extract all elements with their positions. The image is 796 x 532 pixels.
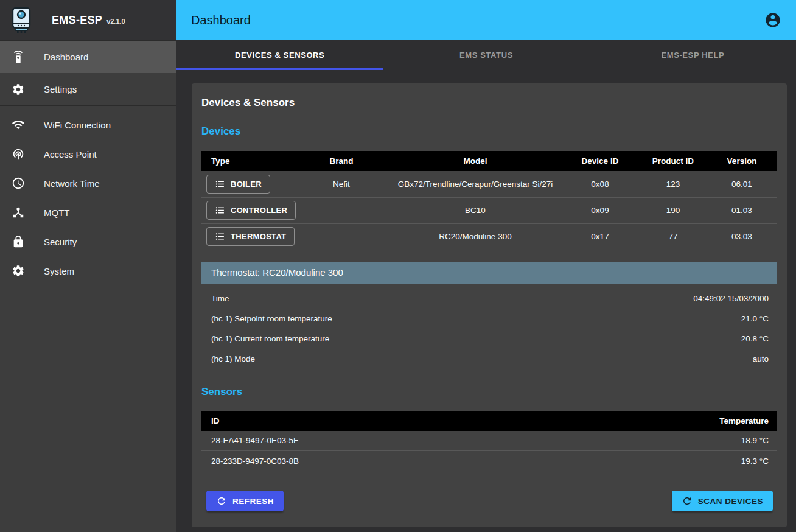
sidebar-item-label: Access Point (44, 149, 97, 159)
gear-icon (12, 264, 25, 278)
device-id: 0x09 (560, 197, 640, 223)
device-detail-header: Thermostat: RC20/Moduline 300 (201, 262, 777, 284)
ems-esp-app: EMS-ESP v2.1.0 Dashboard Settings (0, 0, 796, 532)
tab-ems-esp-help[interactable]: EMS-ESP HELP (590, 40, 796, 70)
device-hub-icon (12, 206, 25, 219)
column-header: Temperature (627, 411, 777, 431)
sidebar-item-label: System (44, 266, 74, 276)
sidebar-item-dashboard[interactable]: Dashboard (0, 41, 176, 73)
account-circle-icon[interactable] (764, 12, 781, 29)
sidebar-primary-group: Dashboard Settings (0, 41, 176, 105)
sensor-id: 28-233D-9497-0C03-8B (201, 451, 627, 471)
devices-heading: Devices (201, 125, 777, 138)
sidebar-item-wifi-connection[interactable]: WiFi Connection (0, 110, 176, 139)
sidebar-item-security[interactable]: Security (0, 227, 176, 256)
sidebar-item-label: Settings (44, 84, 77, 94)
boiler-logo-icon (9, 6, 34, 34)
wifi-icon (12, 118, 25, 131)
tab-label: DEVICES & SENSORS (235, 51, 324, 60)
device-type-label: THERMOSTAT (231, 232, 286, 241)
remote-icon (12, 51, 25, 64)
scan-devices-button-label: SCAN DEVICES (698, 497, 763, 506)
thermostat-device-button[interactable]: THERMOSTAT (206, 227, 295, 246)
device-version: 03.03 (707, 223, 777, 250)
list-icon (215, 179, 225, 189)
sidebar-item-label: Network Time (44, 178, 100, 189)
column-header: Version (707, 151, 777, 171)
sidebar-item-system[interactable]: System (0, 256, 176, 285)
device-model: RC20/Moduline 300 (390, 223, 560, 250)
column-header: ID (201, 411, 627, 431)
device-type-label: BOILER (231, 180, 262, 189)
sidebar: EMS-ESP v2.1.0 Dashboard Settings (0, 0, 176, 532)
refresh-button-label: REFRESH (232, 497, 274, 506)
column-header: Type (201, 151, 293, 171)
column-header: Product ID (640, 151, 707, 171)
table-row: 28-EA41-9497-0E03-5F 18.9 °C (201, 431, 777, 451)
device-version: 06.01 (707, 171, 777, 197)
sidebar-item-mqtt[interactable]: MQTT (0, 198, 176, 227)
device-model: BC10 (390, 197, 560, 223)
tab-label: EMS STATUS (459, 51, 513, 60)
table-row: 28-233D-9497-0C03-8B 19.3 °C (201, 451, 777, 471)
list-icon (215, 205, 225, 215)
app-bar: Dashboard (176, 0, 796, 40)
list-icon (215, 231, 225, 242)
product-id: 123 (640, 171, 707, 197)
scan-devices-button[interactable]: SCAN DEVICES (672, 491, 773, 511)
refresh-icon (216, 495, 227, 506)
product-id: 77 (640, 223, 707, 250)
lock-icon (12, 235, 25, 248)
device-brand: — (293, 223, 390, 250)
device-id: 0x08 (560, 171, 640, 197)
list-item: Time 04:49:02 15/03/2000 (201, 289, 777, 309)
column-header: Brand (293, 151, 390, 171)
table-row: THERMOSTAT — RC20/Moduline 300 0x17 77 0… (201, 223, 777, 250)
device-detail-list: Time 04:49:02 15/03/2000 (hc 1) Setpoint… (201, 284, 777, 369)
sidebar-item-settings[interactable]: Settings (0, 73, 176, 105)
sensors-heading: Sensors (201, 386, 777, 398)
list-item: (hc 1) Setpoint room temperature 21.0 °C (201, 309, 777, 329)
sidebar-secondary-group: WiFi Connection Access Point Network Tim… (0, 106, 176, 285)
table-row: BOILER Nefit GBx72/Trendline/Cerapur/Gre… (201, 171, 777, 197)
boiler-device-button[interactable]: BOILER (206, 175, 270, 194)
main-content: Devices & Sensors Devices Type Brand Mod… (176, 70, 796, 532)
detail-value: auto (753, 354, 769, 363)
sensor-temperature: 19.3 °C (627, 451, 777, 471)
tab-ems-status[interactable]: EMS STATUS (383, 40, 589, 70)
sidebar-item-network-time[interactable]: Network Time (0, 169, 176, 198)
sensors-table: ID Temperature 28-EA41-9497-0E03-5F 18.9… (201, 411, 777, 472)
sensors-table-header: ID Temperature (201, 411, 777, 431)
tab-devices-sensors[interactable]: DEVICES & SENSORS (176, 40, 383, 70)
detail-value: 20.8 °C (741, 334, 769, 343)
controller-device-button[interactable]: CONTROLLER (206, 201, 296, 220)
sidebar-item-access-point[interactable]: Access Point (0, 139, 176, 169)
detail-label: Time (211, 294, 229, 303)
clock-icon (12, 177, 25, 190)
column-header: Device ID (560, 151, 640, 171)
refresh-button[interactable]: REFRESH (206, 491, 284, 511)
sidebar-item-label: MQTT (44, 208, 70, 218)
sidebar-item-label: Dashboard (44, 52, 88, 62)
device-model: GBx72/Trendline/Cerapur/Greenstar Si/27i (390, 171, 560, 197)
device-brand: Nefit (293, 171, 390, 197)
product-id: 190 (640, 197, 707, 223)
wifi-tethering-icon (12, 147, 25, 161)
app-version: v2.1.0 (106, 18, 125, 25)
page-title: Dashboard (191, 13, 251, 27)
gear-icon (12, 83, 25, 96)
device-id: 0x17 (560, 223, 640, 250)
sensor-temperature: 18.9 °C (627, 431, 777, 451)
tab-label: EMS-ESP HELP (661, 51, 724, 60)
detail-label: (hc 1) Mode (211, 354, 255, 363)
device-type-label: CONTROLLER (231, 206, 287, 215)
card-title: Devices & Sensors (201, 97, 777, 109)
detail-label: (hc 1) Current room temperature (211, 334, 329, 343)
table-row: CONTROLLER — BC10 0x09 190 01.03 (201, 197, 777, 223)
refresh-icon (682, 495, 693, 506)
devices-table: Type Brand Model Device ID Product ID Ve… (201, 151, 777, 250)
sidebar-item-label: WiFi Connection (44, 120, 111, 130)
list-item: (hc 1) Mode auto (201, 349, 777, 369)
devices-sensors-card: Devices & Sensors Devices Type Brand Mod… (192, 83, 787, 527)
list-item: (hc 1) Current room temperature 20.8 °C (201, 329, 777, 349)
